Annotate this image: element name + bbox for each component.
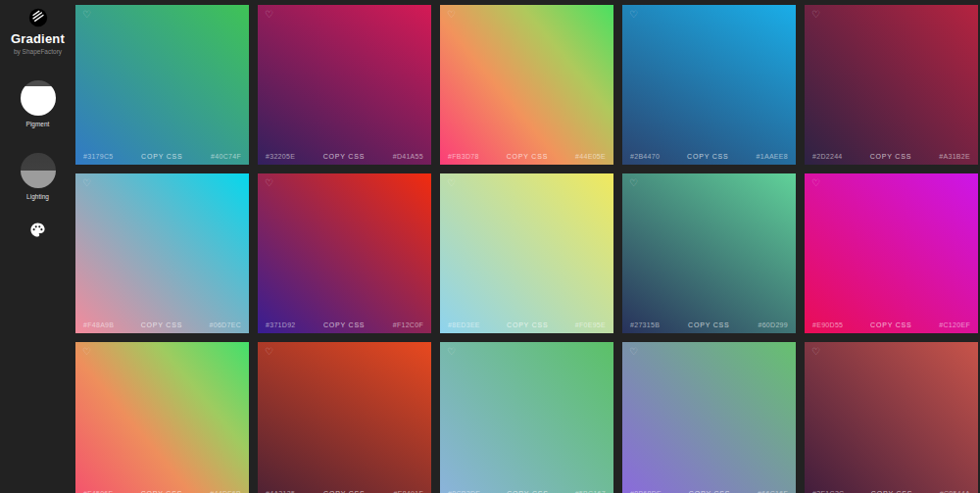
- end-hex-label: #C120EF: [939, 321, 970, 328]
- lighting-label: Lighting: [26, 193, 49, 200]
- gradient-tile[interactable]: ♡ #4A2135 COPY CSS #E8491F: [258, 342, 431, 493]
- heart-icon[interactable]: ♡: [629, 178, 638, 188]
- tile-footer: #8ED3EE COPY CSS #F0E95E: [448, 321, 606, 328]
- copy-css-button[interactable]: COPY CSS: [870, 321, 911, 328]
- tile-footer: #27315B COPY CSS #60D299: [630, 321, 788, 328]
- end-hex-label: #44E05E: [575, 153, 606, 160]
- heart-icon[interactable]: ♡: [82, 10, 91, 20]
- gradient-tile[interactable]: ♡ #8B68DE COPY CSS #66C16F: [622, 342, 796, 493]
- gradient-tile[interactable]: ♡ #3179C5 COPY CSS #40C74F: [75, 5, 249, 165]
- heart-icon[interactable]: ♡: [82, 347, 91, 357]
- start-hex-label: #32205E: [266, 153, 295, 160]
- sidebar-item-lighting[interactable]: Lighting: [21, 127, 56, 200]
- copy-css-button[interactable]: COPY CSS: [507, 153, 548, 160]
- end-hex-label: #06D7EC: [210, 321, 241, 328]
- copy-css-button[interactable]: COPY CSS: [323, 321, 365, 328]
- tile-footer: #2B4470 COPY CSS #1AAEE8: [630, 153, 788, 160]
- gradient-tile[interactable]: ♡ #2B4470 COPY CSS #1AAEE8: [622, 5, 796, 165]
- start-hex-label: #371D92: [266, 321, 296, 328]
- heart-icon[interactable]: ♡: [447, 10, 456, 20]
- tile-footer: #32205E COPY CSS #D41A55: [266, 153, 423, 160]
- gradient-tile[interactable]: ♡ #3E1C3C COPY CSS #C8544A: [805, 342, 978, 493]
- gradient-tile[interactable]: ♡ #32205E COPY CSS #D41A55: [258, 5, 431, 165]
- heart-icon[interactable]: ♡: [629, 10, 638, 20]
- app-subtitle: by ShapeFactory: [14, 48, 62, 55]
- end-hex-label: #D41A55: [393, 153, 423, 160]
- heart-icon[interactable]: ♡: [629, 347, 638, 357]
- copy-css-button[interactable]: COPY CSS: [507, 321, 548, 328]
- tile-footer: #371D92 COPY CSS #F12C0F: [266, 321, 423, 328]
- start-hex-label: #27315B: [630, 321, 660, 328]
- end-hex-label: #40C74F: [211, 153, 241, 160]
- heart-icon[interactable]: ♡: [811, 347, 820, 357]
- pigment-label: Pigment: [26, 121, 50, 127]
- gradient-grid: ♡ #3179C5 COPY CSS #40C74F ♡ #32205E COP…: [75, 5, 978, 493]
- sidebar-item-pigment[interactable]: Pigment: [21, 55, 56, 127]
- heart-icon[interactable]: ♡: [265, 347, 273, 357]
- tile-footer: #2D2244 COPY CSS #A31B2E: [812, 153, 970, 160]
- lighting-icon: [21, 153, 56, 188]
- end-hex-label: #60D299: [758, 321, 788, 328]
- gradient-tile[interactable]: ♡ #FB3D78 COPY CSS #44E05E: [440, 5, 613, 165]
- app-title: Gradient: [11, 31, 65, 46]
- start-hex-label: #2D2244: [812, 153, 843, 160]
- gradient-tile[interactable]: ♡ #8CB3DE COPY CSS #5BC167: [440, 342, 613, 493]
- copy-css-button[interactable]: COPY CSS: [688, 321, 729, 328]
- tile-footer: #3179C5 COPY CSS #40C74F: [83, 153, 241, 160]
- end-hex-label: #1AAEE8: [757, 153, 788, 160]
- gradient-tile[interactable]: ♡ #F48A9B COPY CSS #06D7EC: [75, 173, 249, 333]
- copy-css-button[interactable]: COPY CSS: [870, 153, 911, 160]
- end-hex-label: #F12C0F: [393, 321, 423, 328]
- heart-icon[interactable]: ♡: [265, 178, 273, 188]
- copy-css-button[interactable]: COPY CSS: [141, 153, 182, 160]
- app-logo-icon[interactable]: [28, 8, 48, 27]
- gradient-tile[interactable]: ♡ #371D92 COPY CSS #F12C0F: [258, 173, 431, 333]
- copy-css-button[interactable]: COPY CSS: [141, 321, 182, 328]
- gradient-tile[interactable]: ♡ #2D2244 COPY CSS #A31B2E: [805, 5, 978, 165]
- heart-icon[interactable]: ♡: [447, 178, 456, 188]
- gradient-tile[interactable]: ♡ #8ED3EE COPY CSS #F0E95E: [440, 173, 613, 333]
- heart-icon[interactable]: ♡: [82, 178, 91, 188]
- start-hex-label: #FB3D78: [448, 153, 479, 160]
- end-hex-label: #F0E95E: [575, 321, 606, 328]
- start-hex-label: #F48A9B: [83, 321, 114, 328]
- heart-icon[interactable]: ♡: [811, 10, 820, 20]
- copy-css-button[interactable]: COPY CSS: [323, 153, 365, 160]
- start-hex-label: #3179C5: [83, 153, 114, 160]
- palette-icon: [29, 224, 46, 241]
- end-hex-label: #A31B2E: [939, 153, 970, 160]
- start-hex-label: #E90D55: [812, 321, 843, 328]
- start-hex-label: #8ED3EE: [448, 321, 480, 328]
- heart-icon[interactable]: ♡: [265, 10, 273, 20]
- sidebar: Gradient by ShapeFactory Pigment Lightin…: [0, 0, 75, 493]
- pigment-icon: [21, 80, 56, 116]
- heart-icon[interactable]: ♡: [447, 347, 456, 357]
- gradient-tile[interactable]: ♡ #27315B COPY CSS #60D299: [622, 173, 796, 333]
- gradient-tile[interactable]: ♡ #E90D55 COPY CSS #C120EF: [805, 173, 978, 333]
- tile-footer: #E90D55 COPY CSS #C120EF: [812, 321, 970, 328]
- gradient-tile[interactable]: ♡ #F4506E COPY CSS #44DF6B: [75, 342, 249, 493]
- start-hex-label: #2B4470: [630, 153, 660, 160]
- tile-footer: #F48A9B COPY CSS #06D7EC: [83, 321, 241, 328]
- copy-css-button[interactable]: COPY CSS: [687, 153, 728, 160]
- heart-icon[interactable]: ♡: [811, 178, 820, 188]
- tile-footer: #FB3D78 COPY CSS #44E05E: [448, 153, 606, 160]
- sidebar-item-palette[interactable]: [29, 222, 46, 242]
